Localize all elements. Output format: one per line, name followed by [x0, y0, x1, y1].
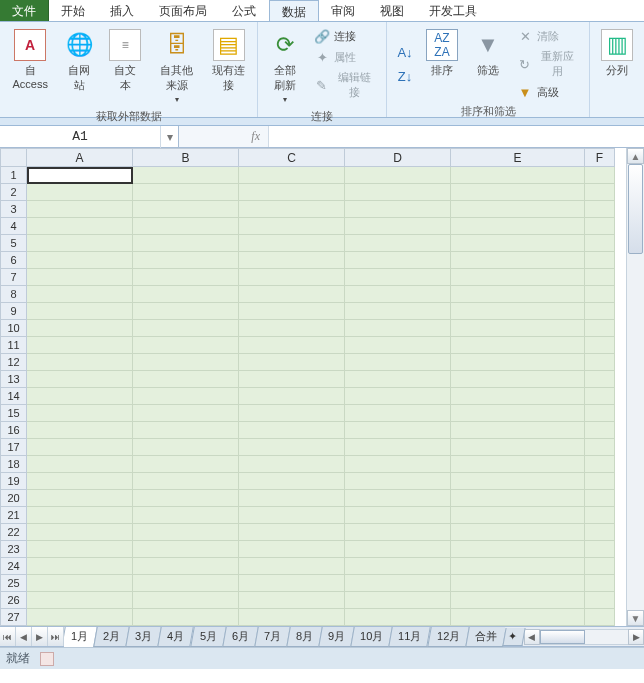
refresh-all-button[interactable]: ⟳ 全部刷新 ▾	[264, 26, 306, 107]
tab-view[interactable]: 视图	[368, 0, 417, 21]
sheet-tab[interactable]: 7月	[254, 627, 291, 647]
cell[interactable]	[451, 456, 585, 473]
cell[interactable]	[451, 541, 585, 558]
cell[interactable]	[27, 558, 133, 575]
cell[interactable]	[27, 269, 133, 286]
row-header[interactable]: 24	[1, 558, 27, 575]
cell[interactable]	[133, 218, 239, 235]
cell[interactable]	[585, 439, 615, 456]
cell[interactable]	[585, 422, 615, 439]
cell[interactable]	[133, 541, 239, 558]
scroll-up-arrow[interactable]: ▲	[627, 148, 644, 164]
tab-data[interactable]: 数据	[269, 0, 319, 21]
cell[interactable]	[239, 541, 345, 558]
row-header[interactable]: 1	[1, 167, 27, 184]
row-header[interactable]: 8	[1, 286, 27, 303]
cell[interactable]	[239, 337, 345, 354]
cell[interactable]	[345, 541, 451, 558]
name-box[interactable]: A1	[0, 127, 160, 146]
cell[interactable]	[27, 405, 133, 422]
edit-links-button[interactable]: ✎编辑链接	[310, 68, 380, 102]
row-header[interactable]: 12	[1, 354, 27, 371]
nav-last-sheet[interactable]: ⏭	[48, 627, 64, 646]
sheet-tab[interactable]: 8月	[286, 627, 323, 647]
cell[interactable]	[345, 575, 451, 592]
row-header[interactable]: 18	[1, 456, 27, 473]
cell[interactable]	[239, 422, 345, 439]
cell[interactable]	[239, 575, 345, 592]
cell[interactable]	[27, 609, 133, 626]
properties-button[interactable]: ✦属性	[310, 47, 380, 67]
cell[interactable]	[345, 286, 451, 303]
cell[interactable]	[27, 235, 133, 252]
cell[interactable]	[133, 524, 239, 541]
cell[interactable]	[133, 388, 239, 405]
sort-dialog-button[interactable]: AZZA 排序	[421, 26, 463, 102]
cell[interactable]	[27, 575, 133, 592]
cell[interactable]	[451, 269, 585, 286]
tab-insert[interactable]: 插入	[98, 0, 147, 21]
cell[interactable]	[133, 456, 239, 473]
hscroll-left[interactable]: ◀	[524, 629, 540, 645]
cell[interactable]	[585, 473, 615, 490]
cell[interactable]	[451, 473, 585, 490]
row-header[interactable]: 27	[1, 609, 27, 626]
cell[interactable]	[133, 235, 239, 252]
cell[interactable]	[239, 235, 345, 252]
from-text-button[interactable]: ≡ 自文本	[104, 26, 146, 107]
cell[interactable]	[451, 388, 585, 405]
cell[interactable]	[451, 405, 585, 422]
tab-formulas[interactable]: 公式	[220, 0, 269, 21]
cell[interactable]	[27, 371, 133, 388]
cell[interactable]	[451, 609, 585, 626]
row-header[interactable]: 9	[1, 303, 27, 320]
cell[interactable]	[27, 303, 133, 320]
cell[interactable]	[451, 592, 585, 609]
cell[interactable]	[345, 218, 451, 235]
sheet-tab[interactable]: 合并	[465, 627, 505, 647]
cell[interactable]	[133, 337, 239, 354]
select-all-corner[interactable]	[1, 149, 27, 167]
cell[interactable]	[133, 490, 239, 507]
cell[interactable]	[345, 252, 451, 269]
cell[interactable]	[345, 201, 451, 218]
cell[interactable]	[133, 405, 239, 422]
cell[interactable]	[345, 558, 451, 575]
cell[interactable]	[27, 524, 133, 541]
cell[interactable]	[239, 184, 345, 201]
cell[interactable]	[239, 609, 345, 626]
cell[interactable]	[133, 592, 239, 609]
cell[interactable]	[239, 456, 345, 473]
tab-developer[interactable]: 开发工具	[417, 0, 490, 21]
row-header[interactable]: 17	[1, 439, 27, 456]
tab-file[interactable]: 文件	[0, 0, 49, 21]
nav-prev-sheet[interactable]: ◀	[16, 627, 32, 646]
insert-sheet-button[interactable]: ✦	[502, 628, 525, 646]
cell[interactable]	[451, 286, 585, 303]
row-header[interactable]: 16	[1, 422, 27, 439]
cell[interactable]	[345, 490, 451, 507]
row-header[interactable]: 21	[1, 507, 27, 524]
sheet-tab[interactable]: 3月	[125, 627, 162, 647]
cell[interactable]	[585, 371, 615, 388]
reapply-button[interactable]: ↻重新应用	[513, 47, 583, 81]
sheet-tab[interactable]: 2月	[93, 627, 130, 647]
cell[interactable]	[451, 507, 585, 524]
row-header[interactable]: 10	[1, 320, 27, 337]
cell[interactable]	[239, 524, 345, 541]
cell[interactable]	[27, 507, 133, 524]
cell[interactable]	[239, 388, 345, 405]
cell[interactable]	[133, 167, 239, 184]
col-header[interactable]: F	[585, 149, 615, 167]
cell[interactable]	[345, 524, 451, 541]
cell[interactable]	[451, 354, 585, 371]
hscroll-track[interactable]	[540, 629, 628, 645]
tab-home[interactable]: 开始	[49, 0, 98, 21]
cell[interactable]	[585, 167, 615, 184]
cell[interactable]	[451, 439, 585, 456]
cell[interactable]	[585, 201, 615, 218]
tab-review[interactable]: 审阅	[319, 0, 368, 21]
cell[interactable]	[27, 167, 133, 184]
cell[interactable]	[345, 320, 451, 337]
sheet-tab[interactable]: 4月	[158, 627, 195, 647]
